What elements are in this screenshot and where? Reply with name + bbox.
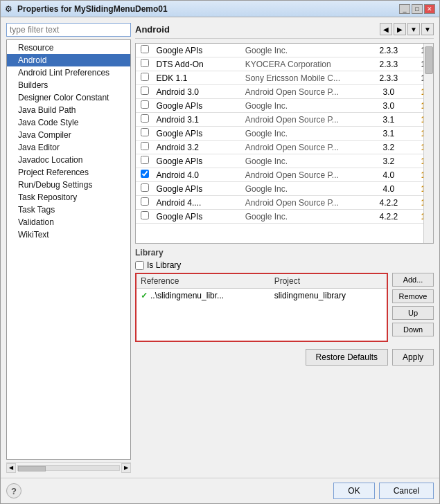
- apply-button[interactable]: Apply: [392, 349, 434, 366]
- nav-dropdown1-button[interactable]: ▼: [407, 23, 420, 35]
- row-vendor: Android Open Source P...: [243, 113, 371, 127]
- library-row-0[interactable]: ✓..\slidingmenu_libr... slidingmenu_libr…: [137, 289, 387, 303]
- row-version: 3.1: [371, 127, 406, 141]
- cancel-button[interactable]: Cancel: [379, 483, 434, 499]
- row-version: 4.2.2: [371, 196, 406, 210]
- nav-back-button[interactable]: ◀: [380, 23, 392, 35]
- scroll-track[interactable]: [17, 465, 120, 471]
- android-row-6[interactable]: Google APIs Google Inc. 3.1 12: [136, 127, 433, 141]
- row-vendor: Google Inc.: [243, 154, 371, 168]
- nav-forward-button[interactable]: ▶: [394, 23, 406, 35]
- row-checkbox-cell[interactable]: [136, 113, 154, 127]
- row-checkbox[interactable]: [141, 156, 149, 164]
- down-button[interactable]: Down: [392, 323, 434, 336]
- row-name: Android 3.1: [154, 113, 243, 127]
- is-library-text: Is Library: [147, 260, 181, 270]
- android-row-9[interactable]: Android 4.0 Android Open Source P... 4.0…: [136, 168, 433, 182]
- android-row-5[interactable]: Android 3.1 Android Open Source P... 3.1…: [136, 113, 433, 127]
- tree-item-7[interactable]: Java Compiler: [7, 129, 130, 141]
- title-bar: ⚙ Properties for MySlidingMenuDemo01 _ □…: [1, 1, 439, 17]
- close-button[interactable]: ✕: [424, 4, 435, 14]
- row-checkbox-cell[interactable]: [136, 210, 154, 224]
- row-checkbox-cell[interactable]: [136, 57, 154, 71]
- android-row-4[interactable]: Google APIs Google Inc. 3.0 11: [136, 99, 433, 113]
- tree-item-9[interactable]: Javadoc Location: [7, 154, 130, 166]
- row-checkbox[interactable]: [141, 170, 149, 178]
- add-button[interactable]: Add...: [392, 273, 434, 287]
- row-checkbox-cell[interactable]: [136, 168, 154, 182]
- tree-item-15[interactable]: WikiText: [7, 228, 130, 241]
- row-version: 3.0: [371, 85, 406, 99]
- nav-dropdown2-button[interactable]: ▼: [421, 23, 434, 35]
- android-row-3[interactable]: Android 3.0 Android Open Source P... 3.0…: [136, 85, 433, 99]
- tree-item-11[interactable]: Run/Debug Settings: [7, 179, 130, 191]
- row-checkbox-cell[interactable]: [136, 85, 154, 99]
- row-checkbox-cell[interactable]: [136, 44, 154, 57]
- footer: ? OK Cancel: [1, 478, 439, 503]
- row-checkbox[interactable]: [141, 183, 149, 192]
- tree-item-13[interactable]: Task Tags: [7, 204, 130, 216]
- filter-input[interactable]: [6, 23, 131, 37]
- row-name: Android 4....: [154, 196, 243, 210]
- tree-item-4[interactable]: Designer Color Constant: [7, 91, 130, 104]
- row-checkbox[interactable]: [141, 100, 149, 109]
- tree-item-5[interactable]: Java Build Path: [7, 104, 130, 116]
- tree-item-1[interactable]: Android: [7, 54, 130, 66]
- android-row-8[interactable]: Google APIs Google Inc. 3.2 13: [136, 154, 433, 168]
- vertical-scrollbar[interactable]: [423, 44, 433, 243]
- tree-item-12[interactable]: Task Repository: [7, 191, 130, 204]
- scroll-thumb[interactable]: [18, 466, 46, 471]
- row-checkbox[interactable]: [141, 59, 149, 67]
- row-version: 3.0: [371, 99, 406, 113]
- row-checkbox[interactable]: [141, 197, 149, 206]
- tree-item-2[interactable]: Android Lint Preferences: [7, 66, 130, 79]
- android-row-10[interactable]: Google APIs Google Inc. 4.0 14: [136, 182, 433, 196]
- row-checkbox[interactable]: [141, 114, 149, 123]
- android-row-2[interactable]: EDK 1.1 Sony Ericsson Mobile C... 2.3.3 …: [136, 71, 433, 85]
- row-checkbox-cell[interactable]: [136, 127, 154, 141]
- horizontal-scrollbar[interactable]: ◀ ▶: [6, 462, 131, 472]
- row-name: Google APIs: [154, 44, 243, 57]
- row-checkbox[interactable]: [141, 87, 149, 95]
- android-row-7[interactable]: Android 3.2 Android Open Source P... 3.2…: [136, 141, 433, 154]
- ok-cancel-buttons: OK Cancel: [333, 483, 434, 499]
- row-name: Google APIs: [154, 154, 243, 168]
- tree-item-10[interactable]: Project References: [7, 166, 130, 179]
- row-checkbox-cell[interactable]: [136, 182, 154, 196]
- scroll-right-arrow[interactable]: ▶: [121, 463, 131, 473]
- row-checkbox-cell[interactable]: [136, 71, 154, 85]
- tree-item-6[interactable]: Java Code Style: [7, 116, 130, 129]
- library-content: Reference Project ✓..\slidingmenu_libr..…: [135, 273, 434, 342]
- row-checkbox[interactable]: [141, 73, 149, 81]
- android-row-1[interactable]: DTS Add-On KYOCERA Corporation 2.3.3 10: [136, 57, 433, 71]
- is-library-checkbox[interactable]: [135, 261, 144, 270]
- row-checkbox-cell[interactable]: [136, 154, 154, 168]
- row-vendor: KYOCERA Corporation: [243, 57, 371, 71]
- row-checkbox-cell[interactable]: [136, 99, 154, 113]
- library-label: Library: [135, 248, 434, 258]
- row-checkbox-cell[interactable]: [136, 196, 154, 210]
- row-checkbox[interactable]: [141, 142, 149, 150]
- ok-button[interactable]: OK: [333, 483, 374, 499]
- tree-item-14[interactable]: Validation: [7, 216, 130, 228]
- maximize-button[interactable]: □: [412, 4, 423, 14]
- scroll-left-arrow[interactable]: ◀: [6, 463, 16, 473]
- tree-item-8[interactable]: Java Editor: [7, 141, 130, 154]
- tree-item-3[interactable]: Builders: [7, 79, 130, 91]
- scroll-thumb[interactable]: [425, 46, 433, 74]
- remove-button[interactable]: Remove: [392, 289, 434, 303]
- android-row-12[interactable]: Google APIs Google Inc. 4.2.2 17: [136, 210, 433, 224]
- row-checkbox[interactable]: [141, 211, 149, 219]
- row-checkbox[interactable]: [141, 128, 149, 136]
- bottom-bar: Restore Defaults Apply: [135, 346, 434, 367]
- row-checkbox[interactable]: [141, 45, 149, 53]
- row-vendor: Android Open Source P...: [243, 196, 371, 210]
- up-button[interactable]: Up: [392, 306, 434, 320]
- help-button[interactable]: ?: [6, 483, 21, 498]
- android-row-11[interactable]: Android 4.... Android Open Source P... 4…: [136, 196, 433, 210]
- restore-defaults-button[interactable]: Restore Defaults: [306, 349, 388, 366]
- android-row-0[interactable]: Google APIs Google Inc. 2.3.3 10: [136, 44, 433, 57]
- row-checkbox-cell[interactable]: [136, 141, 154, 154]
- minimize-button[interactable]: _: [399, 4, 410, 14]
- tree-item-0[interactable]: Resource: [7, 42, 130, 54]
